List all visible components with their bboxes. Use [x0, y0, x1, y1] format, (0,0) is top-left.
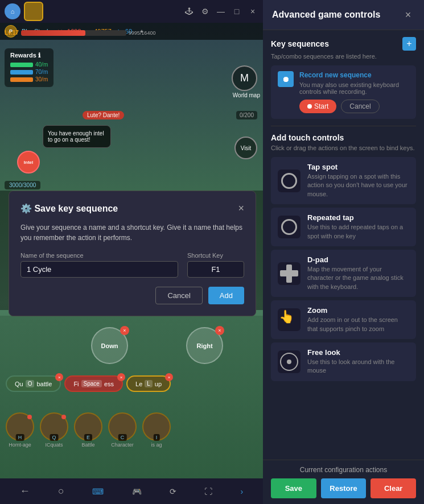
level-btn[interactable]: × Le L up [126, 375, 171, 392]
quest-close-icon[interactable]: × [55, 373, 63, 381]
hp-text: 9995/16400 [129, 30, 156, 36]
close-window-icon[interactable]: × [247, 6, 258, 17]
intel-bar: 3000/3000 [5, 181, 40, 189]
save-key-sequence-modal: ⚙️ Save key sequence × Give your sequenc… [9, 191, 256, 316]
shortcut-key-input[interactable] [187, 261, 244, 278]
visit-button[interactable]: Visit [234, 137, 257, 159]
reward-value-2: 70/m [35, 69, 48, 75]
record-title: Record new sequence [299, 71, 409, 79]
scrollable-controls[interactable]: Key sequences + Tap/combo sequences are … [263, 30, 424, 460]
fight-key-badge: Space [81, 380, 102, 387]
config-actions: Save Restore Clear [271, 478, 416, 498]
fight-close-icon[interactable]: × [117, 373, 125, 381]
record-icon: ⏺ [278, 71, 294, 87]
intel-bubble: You have enough intel to go on a quest! [43, 125, 111, 148]
zoom-card[interactable]: 👆 Zoom Add zoom in or out to the screen … [271, 300, 416, 339]
fight-suffix: ess [104, 381, 114, 387]
settings-icon[interactable]: ⚙ [199, 6, 211, 17]
start-recording-button[interactable]: Start [299, 100, 336, 113]
dpad-down-button[interactable]: Down × [91, 327, 128, 364]
repeated-tap-icon [281, 219, 297, 235]
joystick-icon[interactable]: 🕹 [183, 6, 195, 17]
hero-skills-bar: H Homt-age Q ICquats E Battle C Characte… [6, 412, 171, 448]
skill-i-icon[interactable]: I [142, 412, 171, 441]
quest-battle-btn[interactable]: × Qu O battle [6, 375, 61, 392]
start-label: Start [314, 102, 328, 110]
record-dot-icon [307, 104, 312, 109]
skill-e: E Battle [74, 412, 102, 448]
reward-row-2: 70/m [10, 69, 48, 75]
config-title: Current configuration actions [271, 466, 416, 474]
free-look-content: Free look Use this to look around with t… [307, 348, 409, 375]
panel-close-button[interactable]: × [401, 8, 415, 22]
level-close-icon[interactable]: × [165, 373, 173, 381]
repeated-tap-desc: Use this to add repeated taps on a spot … [307, 223, 409, 241]
fullscreen-icon[interactable]: ⛶ [204, 487, 212, 496]
add-button[interactable]: Add [208, 287, 244, 304]
keyboard-icon[interactable]: ⌨ [92, 487, 104, 496]
sequence-name-field: Name of the sequence [20, 252, 178, 278]
repeated-tap-card[interactable]: Repeated tap Use this to add repeated ta… [271, 208, 416, 246]
config-section: Current configuration actions Save Resto… [263, 460, 424, 504]
world-map-button[interactable]: M [232, 65, 257, 91]
free-look-name: Free look [307, 348, 409, 357]
free-look-card[interactable]: Free look Use this to look around with t… [271, 342, 416, 381]
modal-actions: Cancel Add [20, 287, 244, 304]
shortcut-key-label: Shortcut Key [187, 252, 244, 259]
gamepad-icon[interactable]: 🎮 [132, 487, 142, 496]
maximize-icon[interactable]: □ [231, 6, 242, 17]
dpad-icon [280, 265, 298, 283]
bottom-nav-bar: ← ○ ⌨ 🎮 ⟳ ⛶ › [0, 478, 263, 504]
level-display: Lv.17 [5, 30, 19, 36]
record-content: Record new sequence You may also use exi… [299, 71, 409, 113]
hp-progress-fill [21, 30, 85, 36]
save-config-button[interactable]: Save [271, 478, 316, 498]
home-icon[interactable]: ⌂ [5, 3, 20, 19]
touch-controls-title: Add touch controls [271, 133, 416, 142]
quest-key-badge: O [26, 380, 35, 387]
level-hp-bar: Lv.17 9995/16400 [5, 30, 155, 36]
level-suffix: up [155, 381, 162, 387]
skill-e-icon[interactable]: E [74, 412, 102, 441]
rotate-icon[interactable]: ⟳ [170, 487, 176, 496]
add-sequence-button[interactable]: + [402, 37, 416, 51]
reward-bar-3 [10, 77, 33, 82]
skill-i-label: is ag [151, 442, 162, 448]
dpad-right-button[interactable]: Right × [186, 327, 223, 364]
skill-h-key: H [16, 434, 24, 441]
cancel-recording-button[interactable]: Cancel [341, 100, 379, 113]
skill-q-dot [61, 415, 66, 419]
level-key-badge: L [145, 380, 153, 387]
arrow-right-icon[interactable]: › [241, 487, 244, 496]
cancel-button[interactable]: Cancel [155, 287, 202, 304]
modal-close-button[interactable]: × [238, 203, 244, 214]
quest-suffix: battle [36, 381, 52, 387]
free-look-desc: Use this to look around with the mouse [307, 358, 409, 375]
progress-display: 0/200 [236, 111, 257, 119]
reward-bar-2 [10, 70, 33, 75]
zoom-name: Zoom [307, 306, 409, 315]
dpad-down-close[interactable]: × [120, 326, 129, 335]
skill-q-key: Q [50, 434, 58, 441]
clear-config-button[interactable]: Clear [371, 478, 416, 498]
back-icon[interactable]: ← [20, 485, 30, 497]
tap-spot-card[interactable]: Tap spot Assign tapping on a spot with t… [271, 157, 416, 204]
sequence-name-input[interactable] [20, 261, 178, 278]
restore-config-button[interactable]: Restore [321, 478, 367, 498]
dpad-card[interactable]: D-pad Map the movement of your character… [271, 250, 416, 297]
shortcut-key-field: Shortcut Key [187, 252, 244, 278]
skill-h-icon[interactable]: H [6, 412, 34, 441]
fight-btn[interactable]: × Fi Space ess [64, 375, 123, 392]
game-bottom-area: Down × Right × × Qu O battle × Fi Space … [0, 316, 263, 504]
rewards-title: Rewards ℹ [10, 52, 48, 59]
skill-c-icon[interactable]: C [108, 412, 137, 441]
skill-q-icon[interactable]: Q [40, 412, 68, 441]
intel-text: You have enough intel to go on a quest! [48, 130, 104, 143]
dpad-right-close[interactable]: × [215, 326, 224, 335]
minimize-icon[interactable]: — [215, 6, 227, 17]
skill-c-key: C [118, 434, 127, 441]
tap-spot-icon [281, 173, 297, 189]
record-controls: Start Cancel [299, 100, 409, 113]
home-nav-icon[interactable]: ○ [58, 485, 64, 497]
skill-q-label: ICquats [45, 442, 63, 448]
